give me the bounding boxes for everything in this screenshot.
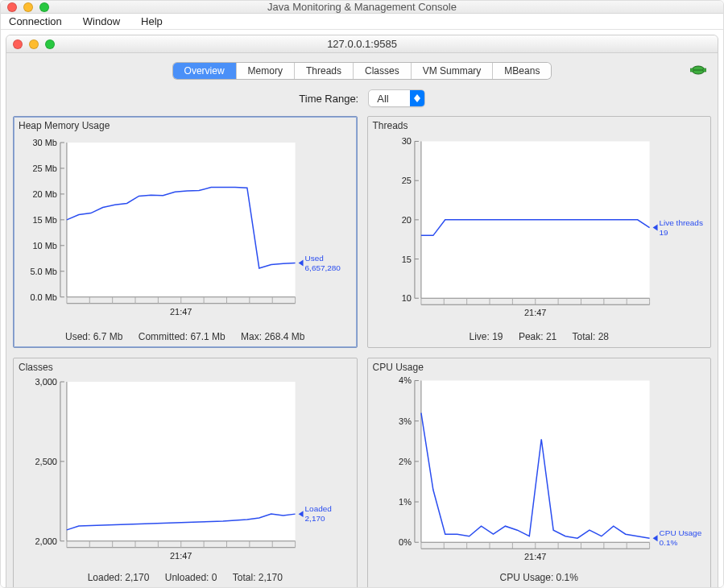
menu-window[interactable]: Window bbox=[80, 14, 123, 29]
inner-window: 127.0.0.1:9585 Overview Memory Threads C… bbox=[6, 35, 718, 588]
svg-text:6,657,280: 6,657,280 bbox=[305, 263, 341, 272]
svg-text:21:47: 21:47 bbox=[170, 307, 192, 317]
connection-title: 127.0.0.1:9585 bbox=[6, 38, 718, 50]
select-stepper-icon bbox=[410, 90, 424, 106]
close-window-button[interactable] bbox=[7, 2, 17, 12]
time-range-row: Time Range: All bbox=[13, 87, 711, 110]
inner-titlebar: 127.0.0.1:9585 bbox=[6, 35, 718, 53]
svg-text:10: 10 bbox=[401, 293, 411, 303]
threads-status: Live: 19 Peak: 21 Total: 28 bbox=[373, 326, 706, 346]
tab-memory[interactable]: Memory bbox=[237, 63, 295, 79]
svg-text:21:47: 21:47 bbox=[524, 308, 546, 317]
svg-rect-4 bbox=[67, 143, 296, 297]
svg-text:0%: 0% bbox=[399, 537, 412, 547]
heap-status: Used: 6.7 Mb Committed: 67.1 Mb Max: 268… bbox=[19, 326, 352, 346]
svg-text:20 Mb: 20 Mb bbox=[32, 189, 57, 199]
svg-text:0.1%: 0.1% bbox=[659, 538, 677, 547]
threads-chart: 101520253021:47Live threads19 bbox=[373, 133, 706, 326]
content-area: 127.0.0.1:9585 Overview Memory Threads C… bbox=[1, 30, 723, 588]
inner-minimize-button[interactable] bbox=[29, 39, 39, 49]
tabs: Overview Memory Threads Classes VM Summa… bbox=[173, 63, 552, 79]
cpu-panel-title: CPU Usage bbox=[373, 362, 706, 373]
classes-panel[interactable]: Classes 2,0002,5003,00021:47Loaded2,170 … bbox=[13, 358, 358, 588]
menu-bar: Connection Window Help bbox=[1, 14, 723, 30]
zoom-window-button[interactable] bbox=[39, 2, 49, 12]
cpu-status: CPU Usage: 0.1% bbox=[373, 567, 706, 586]
cpu-panel[interactable]: CPU Usage 0%1%2%3%4%21:47CPU Usage0.1% C… bbox=[367, 358, 712, 588]
svg-text:CPU Usage: CPU Usage bbox=[659, 528, 701, 537]
cpu-chart: 0%1%2%3%4%21:47CPU Usage0.1% bbox=[373, 375, 706, 568]
svg-text:2,500: 2,500 bbox=[35, 457, 56, 466]
svg-text:2%: 2% bbox=[399, 457, 412, 466]
menu-connection[interactable]: Connection bbox=[6, 14, 65, 29]
window-controls bbox=[7, 2, 49, 12]
minimize-window-button[interactable] bbox=[23, 2, 33, 12]
svg-text:10 Mb: 10 Mb bbox=[32, 241, 57, 251]
svg-text:21:47: 21:47 bbox=[524, 552, 546, 561]
time-range-label: Time Range: bbox=[299, 93, 358, 105]
svg-text:4%: 4% bbox=[399, 375, 412, 385]
svg-text:25: 25 bbox=[401, 176, 411, 185]
tab-mbeans[interactable]: MBeans bbox=[493, 63, 551, 79]
heap-chart: 0.0 Mb5.0 Mb10 Mb15 Mb20 Mb25 Mb30 Mb21:… bbox=[19, 133, 352, 326]
classes-status: Loaded: 2,170 Unloaded: 0 Total: 2,170 bbox=[19, 567, 352, 586]
tabs-row: Overview Memory Threads Classes VM Summa… bbox=[13, 61, 711, 81]
svg-text:Live threads: Live threads bbox=[659, 218, 702, 227]
svg-text:3,000: 3,000 bbox=[35, 377, 56, 387]
tab-threads[interactable]: Threads bbox=[295, 63, 354, 79]
svg-text:2,170: 2,170 bbox=[305, 514, 325, 523]
svg-text:30 Mb: 30 Mb bbox=[32, 138, 57, 147]
heap-panel-title: Heap Memory Usage bbox=[19, 120, 352, 131]
svg-text:5.0 Mb: 5.0 Mb bbox=[30, 267, 57, 276]
svg-rect-124 bbox=[420, 380, 649, 542]
svg-text:15: 15 bbox=[401, 255, 411, 264]
time-range-value: All bbox=[369, 93, 409, 105]
svg-rect-2 bbox=[703, 68, 706, 72]
outer-titlebar: Java Monitoring & Management Console bbox=[1, 1, 723, 14]
threads-panel-title: Threads bbox=[373, 120, 706, 131]
svg-text:20: 20 bbox=[401, 215, 411, 225]
svg-text:21:47: 21:47 bbox=[170, 550, 192, 560]
svg-text:3%: 3% bbox=[399, 416, 412, 425]
menu-help[interactable]: Help bbox=[138, 14, 166, 29]
svg-text:1%: 1% bbox=[399, 497, 412, 507]
svg-text:25 Mb: 25 Mb bbox=[32, 164, 57, 173]
svg-text:0.0 Mb: 0.0 Mb bbox=[30, 292, 57, 302]
heap-panel[interactable]: Heap Memory Usage 0.0 Mb5.0 Mb10 Mb15 Mb… bbox=[13, 116, 358, 348]
inner-zoom-button[interactable] bbox=[45, 39, 55, 49]
tab-vm-summary[interactable]: VM Summary bbox=[412, 63, 494, 79]
svg-text:30: 30 bbox=[401, 136, 411, 146]
inner-window-controls bbox=[13, 39, 55, 49]
classes-panel-title: Classes bbox=[19, 362, 352, 373]
svg-text:15 Mb: 15 Mb bbox=[32, 215, 57, 225]
window-title: Java Monitoring & Management Console bbox=[1, 1, 723, 13]
time-range-select[interactable]: All bbox=[368, 89, 424, 107]
panels-grid: Heap Memory Usage 0.0 Mb5.0 Mb10 Mb15 Mb… bbox=[13, 116, 711, 588]
classes-chart: 2,0002,5003,00021:47Loaded2,170 bbox=[19, 375, 352, 568]
svg-text:Loaded: Loaded bbox=[305, 504, 332, 513]
tab-classes[interactable]: Classes bbox=[354, 63, 412, 79]
svg-text:Used: Used bbox=[305, 254, 324, 263]
inner-close-button[interactable] bbox=[13, 39, 23, 49]
svg-text:19: 19 bbox=[659, 228, 668, 237]
svg-rect-1 bbox=[690, 68, 693, 72]
tab-overview[interactable]: Overview bbox=[173, 63, 237, 79]
threads-panel[interactable]: Threads 101520253021:47Live threads19 Li… bbox=[367, 116, 712, 348]
svg-text:2,000: 2,000 bbox=[35, 536, 56, 545]
connection-status-icon bbox=[690, 63, 706, 77]
